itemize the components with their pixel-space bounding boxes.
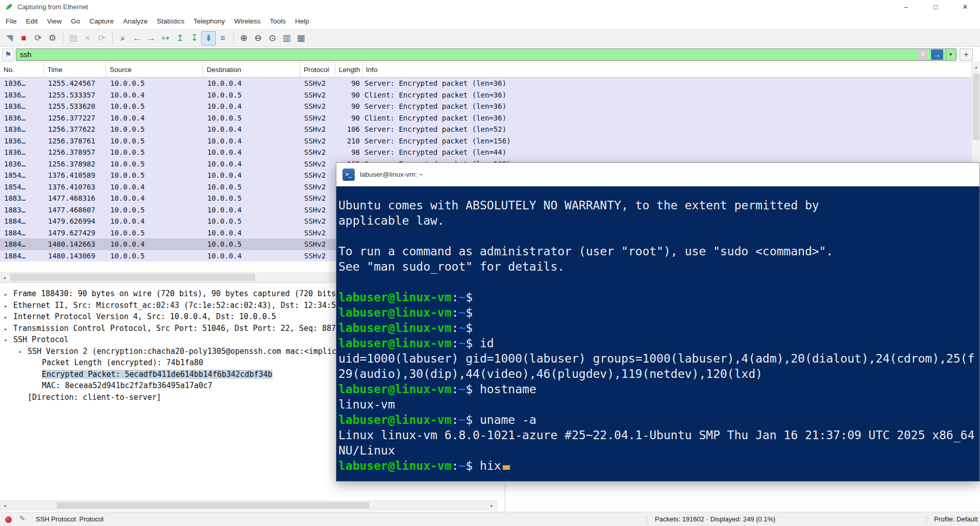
capture-start-button[interactable]: ◥ — [3, 32, 16, 45]
cell-proto: SSHv2 — [300, 158, 335, 170]
capture-stop-button[interactable]: ■ — [17, 32, 31, 45]
column-header-time[interactable]: Time — [44, 62, 106, 77]
cell-src: 10.0.0.4 — [106, 216, 203, 227]
close-button[interactable]: ✕ — [950, 0, 980, 14]
cell-src: 10.0.0.5 — [106, 170, 203, 181]
find-packet-button[interactable]: ⌕ — [116, 32, 130, 45]
terminal-output[interactable]: Ubuntu comes with ABSOLUTELY NO WARRANTY… — [336, 186, 979, 481]
window-controls: – □ ✕ — [891, 0, 980, 14]
cell-proto: SSHv2 — [300, 170, 335, 181]
terminal-text: $ hix — [465, 459, 501, 472]
go-to-packet-button[interactable]: ↦ — [159, 32, 173, 45]
cell-time: 1479.626994 — [44, 216, 106, 227]
cell-no: 1836… — [0, 101, 44, 112]
cell-no: 1836… — [0, 78, 44, 89]
terminal-text: : — [452, 306, 459, 319]
menu-telephony[interactable]: Telephony — [189, 14, 230, 29]
column-header-info[interactable]: Info — [362, 62, 980, 77]
maximize-button[interactable]: □ — [921, 0, 950, 14]
column-header-dst[interactable]: Destination — [203, 62, 300, 77]
packet-row[interactable]: 1836…1255.42456710.0.0.510.0.0.4SSHv290S… — [0, 78, 980, 89]
status-field-info: SSH Protocol: Protocol — [36, 515, 104, 523]
menu-go[interactable]: Go — [66, 14, 85, 29]
reload-file-button[interactable]: ⟳ — [95, 32, 109, 45]
go-first-packet-button[interactable]: ↥ — [173, 32, 187, 45]
terminal-text: See "man sudo_root" for details. — [338, 260, 565, 273]
filter-dropdown-icon[interactable]: ▾ — [946, 50, 955, 60]
zoom-out-button[interactable]: ⊖ — [251, 32, 265, 45]
capture-restart-button[interactable]: ⟳ — [31, 32, 45, 45]
terminal-text: To run a command as administrator (user … — [338, 245, 833, 258]
tree-toggle-icon[interactable]: ▸ — [4, 289, 13, 300]
menu-statistics[interactable]: Statistics — [152, 14, 189, 29]
menu-edit[interactable]: Edit — [21, 14, 42, 29]
menu-capture[interactable]: Capture — [85, 14, 118, 29]
menu-help[interactable]: Help — [290, 14, 314, 29]
terminal-line: Linux linux-vm 6.8.0-1021-azure #25~22.0… — [338, 427, 979, 443]
display-filter-input[interactable] — [16, 51, 918, 59]
hscroll-thumb[interactable] — [10, 274, 255, 281]
column-header-src[interactable]: Source — [106, 62, 203, 77]
packet-row[interactable]: 1836…1256.37762210.0.0.510.0.0.4SSHv2106… — [0, 124, 980, 135]
scroll-left-icon[interactable]: ◂ — [1, 501, 9, 510]
expert-info-icon[interactable] — [5, 516, 12, 523]
auto-scroll-button[interactable]: ⇟ — [202, 32, 215, 45]
close-file-button[interactable]: × — [81, 32, 94, 45]
column-header-len[interactable]: Length — [335, 62, 362, 77]
packet-row[interactable]: 1836…1255.53362010.0.0.510.0.0.4SSHv290S… — [0, 101, 980, 112]
menu-file[interactable]: File — [1, 14, 21, 29]
cell-src: 10.0.0.4 — [106, 193, 203, 204]
menu-analyze[interactable]: Analyze — [118, 14, 152, 29]
scroll-right-icon[interactable]: ▸ — [487, 501, 496, 510]
capture-options-button[interactable]: ⚙ — [45, 32, 59, 45]
cell-no: 1854… — [0, 170, 44, 181]
column-header-no[interactable]: No. — [0, 62, 44, 77]
tree-toggle-icon[interactable]: ▸ — [4, 312, 13, 323]
terminal-titlebar[interactable]: >_ labuser@linux-vm: ~ — [336, 163, 979, 186]
open-file-button[interactable]: ▤ — [66, 32, 80, 45]
status-profile[interactable]: Profile: Default — [934, 515, 977, 523]
detail-text: [Direction: client-to-server] — [28, 393, 161, 402]
tree-toggle-icon[interactable]: ▾ — [4, 335, 13, 346]
go-last-packet-button[interactable]: ↧ — [187, 32, 201, 45]
filter-apply-icon[interactable]: → — [931, 50, 943, 60]
menu-view[interactable]: View — [42, 14, 66, 29]
tree-toggle-icon[interactable]: ▾ — [18, 347, 28, 357]
capture-comment-icon[interactable]: ✎ — [19, 514, 26, 522]
detail-text: Encrypted Packet: 5ecadfb411de614bb14f6b… — [42, 370, 273, 379]
tree-toggle-icon[interactable]: ▸ — [4, 301, 13, 312]
menu-tools[interactable]: Tools — [265, 14, 290, 29]
scroll-left-icon[interactable]: ◂ — [0, 273, 9, 282]
go-forward-button[interactable]: → — [144, 32, 158, 45]
scroll-up-icon[interactable]: ▴ — [972, 62, 980, 71]
zoom-normal-button[interactable]: ⊙ — [265, 32, 279, 45]
zoom-in-button[interactable]: ⊕ — [237, 32, 251, 45]
cell-proto: SSHv2 — [300, 193, 335, 204]
menu-wireless[interactable]: Wireless — [230, 14, 265, 29]
filter-clear-icon[interactable]: ✕ — [918, 50, 928, 59]
vscroll-thumb[interactable] — [973, 74, 979, 140]
resize-columns-button[interactable]: ▥ — [280, 32, 293, 45]
terminal-window[interactable]: >_ labuser@linux-vm: ~ Ubuntu comes with… — [336, 162, 980, 482]
detail-hscrollbar[interactable]: ◂ ▸ — [0, 500, 497, 510]
packet-row[interactable]: 1836…1256.37876110.0.0.510.0.0.4SSHv2210… — [0, 135, 980, 147]
go-back-button[interactable]: ← — [130, 32, 144, 45]
hscroll-thumb[interactable] — [57, 502, 369, 509]
reset-layout-button[interactable]: ▦ — [294, 32, 308, 45]
cell-dst: 10.0.0.4 — [203, 204, 300, 216]
minimize-button[interactable]: – — [891, 0, 921, 14]
cell-len: 210 — [335, 135, 362, 147]
cell-proto: SSHv2 — [300, 181, 335, 193]
cell-info: Client: Encrypted packet (len=36) — [362, 89, 980, 101]
packet-row[interactable]: 1836…1256.37722710.0.0.410.0.0.5SSHv290C… — [0, 112, 980, 124]
detail-text: Ethernet II, Src: Microsoft_ac:02:43 (7c… — [13, 301, 336, 310]
column-header-proto[interactable]: Protocol — [300, 62, 335, 77]
tree-toggle-icon[interactable]: ▸ — [4, 324, 13, 334]
terminal-line — [338, 228, 979, 244]
colorize-packets-button[interactable]: ≡ — [216, 32, 230, 45]
display-filter-field[interactable]: ✕ → ▾ — [16, 49, 957, 61]
packet-row[interactable]: 1836…1255.53335710.0.0.410.0.0.5SSHv290C… — [0, 89, 980, 101]
filter-add-button[interactable]: + — [960, 49, 973, 61]
bookmark-icon[interactable]: ⚑ — [2, 49, 14, 61]
packet-row[interactable]: 1836…1256.37895710.0.0.510.0.0.4SSHv298S… — [0, 147, 980, 158]
